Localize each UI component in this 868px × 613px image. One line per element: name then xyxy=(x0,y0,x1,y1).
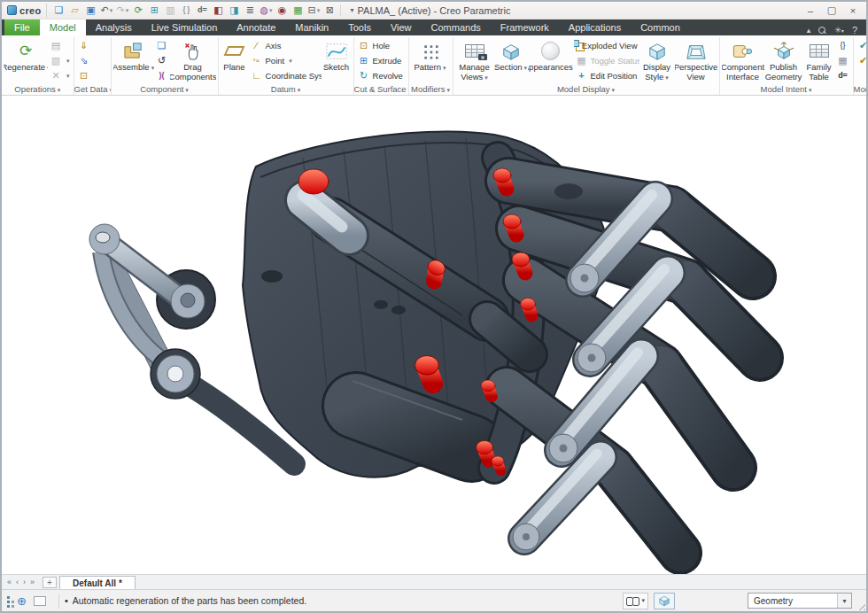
tab-file[interactable]: File xyxy=(4,19,40,35)
find-button[interactable]: ▾ xyxy=(623,593,648,609)
help-icon[interactable]: ? xyxy=(852,25,857,35)
save-icon[interactable]: ▣ xyxy=(83,4,97,17)
render-window-icon[interactable]: ▦ xyxy=(291,4,305,17)
find-dropdown-arrow-icon[interactable]: ▾ xyxy=(641,597,645,604)
group-label-modelcheck[interactable]: ModelCHECK xyxy=(854,84,868,94)
select-window-button[interactable] xyxy=(654,593,675,609)
group-label-component[interactable]: Component xyxy=(112,84,218,94)
tab-annotate[interactable]: Annotate xyxy=(227,19,285,35)
repeat-button[interactable]: ↺ xyxy=(154,53,170,68)
axis-button[interactable]: ∕Axis xyxy=(249,38,322,53)
revolve-button[interactable]: ↻Revolve xyxy=(356,68,405,83)
palm-hole[interactable] xyxy=(391,306,406,314)
tab-framework[interactable]: Framework xyxy=(491,19,559,35)
selection-filter-dropdown[interactable]: Geometry ▼ xyxy=(748,593,852,609)
tab-manikin[interactable]: Manikin xyxy=(285,19,338,35)
regenerate-quick-icon[interactable]: ⟳ xyxy=(131,4,145,17)
component-interface-button[interactable]: Component Interface xyxy=(722,38,764,82)
selection-filter-arrow-icon[interactable]: ▼ xyxy=(837,594,851,608)
tab-live-simulation[interactable]: Live Simulation xyxy=(142,19,228,35)
tab-analysis[interactable]: Analysis xyxy=(86,19,142,35)
modelcheck-regenerate-button[interactable]: ✔ xyxy=(856,53,868,68)
group-label-datum[interactable]: Datum xyxy=(219,84,353,94)
copy-button[interactable]: ▤ xyxy=(48,38,72,53)
appearance-gallery-icon[interactable]: ◍▾ xyxy=(259,4,273,17)
regenerate-button[interactable]: ⟳ Regenerate xyxy=(4,38,48,74)
pattern-button[interactable]: Pattern xyxy=(411,38,450,74)
group-label-model-display[interactable]: Model Display xyxy=(453,84,719,94)
maximize-button[interactable]: ▢ xyxy=(822,4,841,18)
tab-applications[interactable]: Applications xyxy=(559,19,631,35)
exploded-view-button[interactable]: Exploded View xyxy=(574,38,639,53)
active-window-icon[interactable]: ⊞ xyxy=(147,4,161,17)
thumb-top-cap[interactable] xyxy=(298,169,329,194)
open-icon[interactable]: ▱ xyxy=(67,4,81,17)
group-label-cut-surface[interactable]: Cut & Surface xyxy=(354,84,408,94)
tab-commands[interactable]: Commands xyxy=(422,19,491,35)
new-view-tab-button[interactable]: + xyxy=(43,577,57,588)
assemble-component-icon[interactable]: ◧ xyxy=(211,4,225,17)
hole-button[interactable]: ⊡Hole xyxy=(356,38,392,53)
browser-toggle-icon[interactable]: ⊕ xyxy=(17,595,27,607)
publish-geometry-button[interactable]: Publish Geometry xyxy=(764,38,803,82)
point-button[interactable]: ˣ×Point xyxy=(249,53,322,68)
palm-hole[interactable] xyxy=(374,300,388,309)
coordinate-system-button[interactable]: ∟Coordinate System xyxy=(249,68,322,83)
last-tab-icon[interactable]: » xyxy=(30,578,35,586)
paste-button[interactable]: ▥ xyxy=(48,53,72,68)
customize-toolbar-icon[interactable]: ▾ xyxy=(345,4,359,17)
delete-button[interactable]: ✕ xyxy=(48,68,72,83)
relations-quick-icon[interactable]: d= xyxy=(195,4,209,17)
model-tree-toggle-icon[interactable] xyxy=(7,596,10,599)
first-tab-icon[interactable]: « xyxy=(7,578,12,586)
paste-icon[interactable]: ▥ xyxy=(163,4,177,17)
redo-icon[interactable]: ↷▾ xyxy=(115,4,129,17)
display-style-button[interactable]: Display Style xyxy=(639,38,675,82)
palm-lower-pad[interactable] xyxy=(356,406,471,448)
close-window-icon[interactable]: ⊠ xyxy=(322,4,337,17)
relations-button[interactable]: d= xyxy=(835,68,851,83)
plane-button[interactable]: Plane xyxy=(221,38,249,74)
group-label-operations[interactable]: Operations xyxy=(2,84,74,94)
edit-position-button[interactable]: +Edit Position xyxy=(574,68,639,83)
collapse-ribbon-icon[interactable]: ▴ xyxy=(807,26,811,35)
minimize-button[interactable]: – xyxy=(801,4,820,18)
copy-geometry-button[interactable]: ⇘ xyxy=(76,53,92,68)
view-manager-icon[interactable]: ◉ xyxy=(275,4,289,17)
undo-icon[interactable]: ↶▾ xyxy=(99,4,113,17)
group-label-get-data[interactable]: Get Data xyxy=(74,84,111,94)
appearances-button[interactable]: Appearances xyxy=(528,38,574,74)
tab-model[interactable]: Model xyxy=(40,19,86,35)
switch-symbols-button[interactable]: {} xyxy=(835,38,851,53)
shrinkwrap-button[interactable]: ⊡ xyxy=(76,68,92,83)
assemble-button[interactable]: Assemble xyxy=(113,38,154,74)
mirror-component-button[interactable]: )( xyxy=(154,68,170,83)
close-button[interactable]: × xyxy=(843,4,863,18)
tab-common[interactable]: Common xyxy=(631,19,690,35)
palm-hole[interactable] xyxy=(261,270,283,283)
layers-icon[interactable]: ≣ xyxy=(243,4,257,17)
modelcheck-interactive-button[interactable]: ✔ xyxy=(856,38,868,53)
next-tab-icon[interactable]: › xyxy=(23,578,26,586)
graphics-viewport[interactable] xyxy=(2,96,866,574)
tab-tools[interactable]: Tools xyxy=(338,19,381,35)
prev-tab-icon[interactable]: ‹ xyxy=(16,578,19,586)
sketch-button[interactable]: Sketch xyxy=(322,38,352,74)
view-tab-default-all[interactable]: Default All * xyxy=(59,576,136,589)
new-icon[interactable]: ❏ xyxy=(51,4,66,17)
family-table-button[interactable]: Family Table xyxy=(803,38,835,82)
parameters-button[interactable]: ▦ xyxy=(835,53,851,68)
switch-symbols-icon[interactable]: { } xyxy=(179,4,193,17)
favorites-icon[interactable]: ✳▾ xyxy=(834,26,844,35)
section-button[interactable]: Section xyxy=(494,38,528,74)
tab-view[interactable]: View xyxy=(381,19,422,35)
manage-views-button[interactable]: Manage Views xyxy=(455,38,494,82)
3d-model-robotic-hand[interactable] xyxy=(2,96,866,574)
group-label-modifiers[interactable]: Modifiers xyxy=(409,84,453,94)
toggle-status-button[interactable]: ▦Toggle Status xyxy=(574,53,639,68)
extrude-button[interactable]: ⊞Extrude xyxy=(356,53,404,68)
fullscreen-toggle-icon[interactable] xyxy=(34,596,46,606)
drag-components-button[interactable]: Drag Components xyxy=(170,38,216,82)
create-component-button[interactable]: ❏ xyxy=(154,38,170,53)
edit-component-icon[interactable]: ◨ xyxy=(227,4,241,17)
